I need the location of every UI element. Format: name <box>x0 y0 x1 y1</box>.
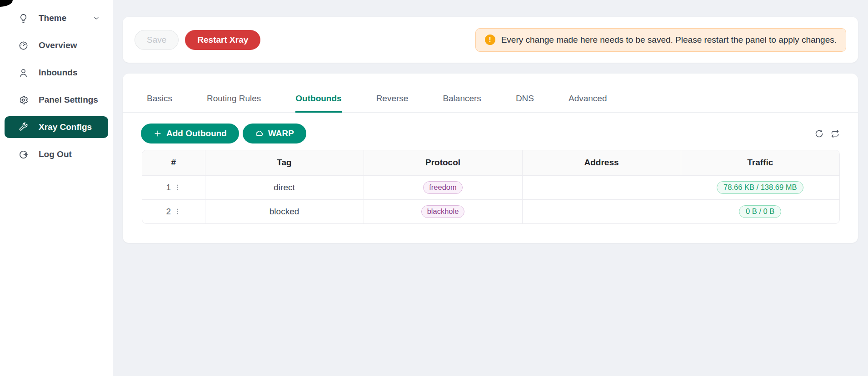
cell-protocol: freedom <box>364 175 522 199</box>
sidebar-item-theme[interactable]: Theme <box>5 7 108 29</box>
tab-outbounds[interactable]: Outbounds <box>295 94 341 113</box>
sidebar-item-inbounds[interactable]: Inbounds <box>5 62 108 84</box>
table-body: 1 direct freedom 78.66 KB / 138.69 MB 2 … <box>142 175 839 223</box>
column-header-address: Address <box>522 150 681 175</box>
warp-label: WARP <box>268 129 294 139</box>
config-tabs: BasicsRouting RulesOutboundsReverseBalan… <box>123 74 858 113</box>
cell-tag: direct <box>205 175 364 199</box>
user-icon <box>18 68 29 78</box>
column-header-tag: Tag <box>205 150 364 175</box>
cell-index: 2 <box>142 199 205 223</box>
chevron-down-icon <box>93 15 100 22</box>
gear-icon <box>18 95 29 105</box>
column-header-protocol: Protocol <box>364 150 522 175</box>
tab-basics[interactable]: Basics <box>147 94 172 113</box>
wrench-icon <box>18 122 29 133</box>
refresh-icon[interactable] <box>814 129 824 139</box>
restart-xray-button[interactable]: Restart Xray <box>185 30 260 50</box>
sidebar-item-xray-configs[interactable]: Xray Configs <box>5 116 108 138</box>
traffic-badge: 0 B / 0 B <box>739 205 781 218</box>
repeat-icon[interactable] <box>830 129 840 139</box>
main-area: Save Restart Xray ! Every change made he… <box>113 0 868 376</box>
sidebar-nav: ThemeOverviewInboundsPanel SettingsXray … <box>0 0 113 165</box>
tab-dns[interactable]: DNS <box>516 94 534 113</box>
add-outbound-label: Add Outbound <box>166 129 227 139</box>
cell-traffic: 0 B / 0 B <box>681 199 839 223</box>
sidebar-item-label: Log Out <box>39 149 72 159</box>
sidebar: ThemeOverviewInboundsPanel SettingsXray … <box>0 0 113 376</box>
sidebar-item-panel-settings[interactable]: Panel Settings <box>5 89 108 111</box>
row-number: 1 <box>166 183 171 193</box>
warning-icon: ! <box>485 35 495 45</box>
cell-address <box>522 199 681 223</box>
tab-routing-rules[interactable]: Routing Rules <box>207 94 261 113</box>
warp-button[interactable]: WARP <box>243 124 306 143</box>
cell-tag: blocked <box>205 199 364 223</box>
sidebar-item-label: Xray Configs <box>39 122 92 132</box>
outbounds-table: #TagProtocolAddressTraffic 1 direct free… <box>142 150 840 224</box>
tag-value: blocked <box>269 207 299 216</box>
sidebar-item-label: Inbounds <box>39 68 77 78</box>
cell-protocol: blackhole <box>364 199 522 223</box>
protocol-badge: freedom <box>423 181 463 194</box>
plus-icon <box>153 129 162 138</box>
table-header-row: #TagProtocolAddressTraffic <box>142 150 839 175</box>
bulb-icon <box>18 13 29 24</box>
actions-row: Add Outbound WARP <box>141 124 840 143</box>
sidebar-item-label: Overview <box>39 40 77 50</box>
table-row: 1 direct freedom 78.66 KB / 138.69 MB <box>142 175 839 199</box>
sidebar-item-label: Theme <box>39 13 66 23</box>
row-menu-button[interactable] <box>174 183 181 191</box>
traffic-badge: 78.66 KB / 138.69 MB <box>717 181 803 194</box>
logout-icon <box>18 149 29 160</box>
warning-alert: ! Every change made here needs to be sav… <box>475 28 846 52</box>
table-tools <box>814 129 840 139</box>
protocol-badge: blackhole <box>421 205 465 218</box>
column-header--: # <box>142 150 205 175</box>
tab-balancers[interactable]: Balancers <box>443 94 481 113</box>
tag-value: direct <box>274 183 294 192</box>
column-header-traffic: Traffic <box>681 150 839 175</box>
cell-address <box>522 175 681 199</box>
sidebar-item-overview[interactable]: Overview <box>5 35 108 56</box>
tab-advanced[interactable]: Advanced <box>569 94 607 113</box>
row-number: 2 <box>166 207 171 217</box>
toolbar-card: Save Restart Xray ! Every change made he… <box>123 17 858 63</box>
dashboard-icon <box>18 40 29 51</box>
table-row: 2 blocked blackhole 0 B / 0 B <box>142 199 839 223</box>
row-menu-button[interactable] <box>174 208 181 215</box>
cloud-icon <box>255 129 264 138</box>
cell-traffic: 78.66 KB / 138.69 MB <box>681 175 839 199</box>
config-card: BasicsRouting RulesOutboundsReverseBalan… <box>123 74 858 243</box>
sidebar-item-log-out[interactable]: Log Out <box>5 143 108 165</box>
cell-index: 1 <box>142 175 205 199</box>
tab-reverse[interactable]: Reverse <box>376 94 409 113</box>
add-outbound-button[interactable]: Add Outbound <box>141 124 239 143</box>
warning-alert-message: Every change made here needs to be saved… <box>501 35 837 45</box>
sidebar-item-label: Panel Settings <box>39 95 98 105</box>
save-button[interactable]: Save <box>135 30 179 50</box>
